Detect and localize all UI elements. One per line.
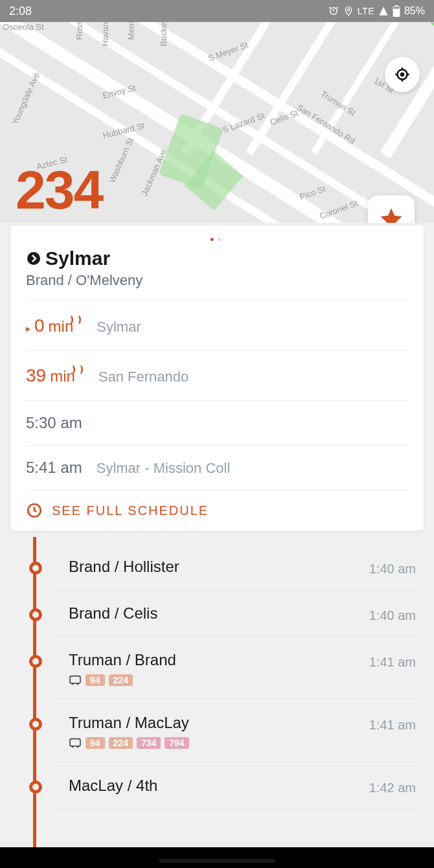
- stop-list: Brand / Hollister1:40 amBrand / Celis1:4…: [0, 531, 434, 809]
- route-badge: 224: [109, 737, 133, 749]
- arrivals-card: ●● Sylmar Brand / O'Melveny ▸0 min❫❫Sylm…: [10, 225, 424, 531]
- arrival-row[interactable]: ▸0 min❫❫Sylmar: [26, 301, 408, 351]
- status-bar: 2:08 LTE 85%: [0, 0, 434, 22]
- stop-node-icon: [29, 655, 42, 668]
- stop-time: 1:42 am: [369, 777, 416, 795]
- route-badge: 734: [137, 737, 161, 749]
- transfer-badges: 94224734794: [69, 737, 369, 749]
- route-badge: 794: [165, 737, 188, 749]
- arrival-destination: San Fernando: [98, 369, 188, 385]
- svg-point-11: [71, 746, 73, 748]
- arrival-destination: Sylmar: [97, 319, 141, 336]
- locate-me-button[interactable]: [385, 57, 420, 92]
- current-stop-name: Brand / O'Melveny: [26, 272, 408, 289]
- stop-name: Truman / Brand: [69, 651, 369, 669]
- route-number: 234: [16, 159, 102, 222]
- stop-node-icon: [29, 562, 42, 575]
- stop-node-icon: [29, 781, 42, 794]
- page-indicator[interactable]: ●●: [26, 234, 408, 244]
- scheduled-row[interactable]: 5:41 amSylmar - Mission Coll: [26, 446, 408, 490]
- scheduled-destination: Sylmar - Mission Coll: [97, 460, 231, 477]
- route-badge: 94: [86, 737, 105, 749]
- arrival-minutes: 0: [34, 315, 45, 336]
- stop-item[interactable]: Brand / Hollister1:40 am: [18, 543, 416, 590]
- bus-icon: [69, 738, 82, 748]
- stop-time: 1:40 am: [369, 604, 416, 623]
- route-badge: 224: [109, 674, 133, 686]
- star-icon: [378, 206, 404, 223]
- scheduled-time: 5:30 am: [26, 414, 82, 432]
- stop-item[interactable]: Truman / Brand942241:41 am: [18, 637, 416, 700]
- direction-name: Sylmar: [45, 247, 110, 269]
- svg-point-12: [76, 746, 78, 748]
- svg-point-8: [71, 683, 73, 685]
- bus-icon: [69, 675, 82, 685]
- stop-node-icon: [29, 718, 42, 731]
- status-time: 2:08: [9, 5, 328, 18]
- battery-icon: [393, 5, 400, 17]
- svg-point-9: [76, 683, 78, 685]
- see-full-schedule-label: SEE FULL SCHEDULE: [52, 503, 209, 518]
- network-label: LTE: [358, 6, 374, 16]
- alarm-icon: [328, 5, 339, 17]
- svg-point-4: [400, 73, 405, 77]
- svg-rect-10: [70, 739, 80, 746]
- favorite-button[interactable]: [368, 196, 415, 223]
- svg-rect-7: [70, 676, 80, 683]
- signal-icon: [378, 6, 389, 16]
- scheduled-time: 5:41 am: [26, 459, 82, 477]
- battery-percent: 85%: [404, 5, 425, 17]
- svg-rect-1: [395, 5, 398, 6]
- stop-name: Brand / Hollister: [69, 558, 369, 576]
- crosshair-icon: [394, 66, 411, 83]
- stop-time: 1:40 am: [369, 558, 416, 577]
- stop-item[interactable]: Brand / Celis1:40 am: [18, 590, 416, 637]
- realtime-icon: ❫❫: [68, 314, 84, 325]
- nav-bar-background: [0, 847, 434, 868]
- route-badge: 94: [86, 674, 105, 686]
- stop-item[interactable]: Truman / MacLay942247347941:41 am: [18, 700, 416, 762]
- stop-time: 1:41 am: [369, 651, 416, 670]
- stop-name: Truman / MacLay: [69, 714, 369, 732]
- svg-point-5: [27, 252, 40, 265]
- home-indicator[interactable]: [159, 859, 275, 863]
- stop-time: 1:41 am: [369, 714, 416, 733]
- arrival-minutes: 39: [26, 365, 46, 386]
- svg-rect-2: [393, 7, 399, 9]
- scheduled-row[interactable]: 5:30 am: [26, 401, 408, 446]
- stop-name: Brand / Celis: [69, 604, 369, 622]
- arrival-row[interactable]: 39 min❫❫San Fernando: [26, 351, 408, 401]
- realtime-icon: ❫❫: [70, 364, 86, 374]
- transfer-badges: 94224: [69, 674, 369, 686]
- map-view[interactable]: Osceola St Rossiter Ave Havana Ave Memph…: [0, 22, 434, 223]
- clock-icon: [26, 502, 43, 519]
- arrow-circle-icon: [26, 251, 41, 266]
- stop-item[interactable]: MacLay / 4th1:42 am: [18, 762, 416, 809]
- location-pin-icon: [343, 5, 354, 17]
- see-full-schedule-button[interactable]: SEE FULL SCHEDULE: [26, 490, 408, 519]
- stop-name: MacLay / 4th: [69, 777, 369, 795]
- stop-node-icon: [29, 608, 42, 621]
